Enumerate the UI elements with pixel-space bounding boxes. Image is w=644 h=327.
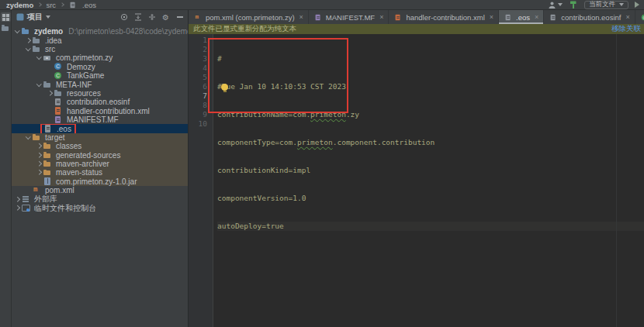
editor-area: pom.xml (com.primeton.zy) × MANIFEST.MF …: [189, 10, 644, 327]
breadcrumb: zydemo src .eos: [6, 1, 96, 9]
editor-tabs: pom.xml (com.primeton.zy) × MANIFEST.MF …: [189, 10, 644, 24]
project-tool-button[interactable]: [1, 12, 11, 22]
package-icon: [43, 53, 52, 62]
tree-item-idea[interactable]: .idea: [12, 36, 188, 44]
run-config-select[interactable]: 当前文件: [584, 1, 628, 9]
expand-collapse-icon[interactable]: [147, 13, 156, 22]
tree-item-demozy[interactable]: Demozy: [12, 63, 188, 71]
close-icon[interactable]: ×: [379, 13, 383, 21]
tree-item-eos-selected[interactable]: .eos: [12, 124, 188, 133]
chevron-collapsed-icon[interactable]: [47, 90, 54, 97]
code-line[interactable]: [217, 250, 644, 259]
chevron-collapsed-icon[interactable]: [36, 152, 43, 159]
maven-file-icon: [32, 186, 41, 194]
hide-panel-icon[interactable]: [175, 13, 184, 22]
chevron-expanded-icon[interactable]: [25, 134, 32, 141]
tree-item-classes[interactable]: classes: [12, 142, 188, 150]
close-icon[interactable]: ×: [299, 13, 303, 21]
tab-eos-active[interactable]: .eos ×: [499, 10, 544, 24]
tree-item-jar[interactable]: com.primeton.zy-1.0.jar: [12, 177, 188, 186]
tree-item-label: .eos: [55, 125, 73, 133]
chevron-spacer: [47, 64, 54, 71]
tree-item-generated-sources[interactable]: generated-sources: [12, 150, 188, 159]
project-tree: zydemo D:\primeton\esb-0428\code\zydemo …: [12, 24, 188, 327]
tree-item-src[interactable]: src: [12, 45, 188, 53]
tree-item-metainf[interactable]: META-INF: [12, 80, 188, 88]
tree-item-target[interactable]: target: [12, 133, 188, 142]
collapse-all-icon[interactable]: [133, 13, 142, 22]
project-path-hint: D:\primeton\esb-0428\code\zydemo: [68, 27, 188, 36]
tab-contribution-eosinf[interactable]: contribution.eosinf ×: [544, 10, 635, 24]
close-icon[interactable]: ×: [535, 13, 538, 21]
tree-item-maven-status[interactable]: maven-status: [12, 168, 188, 177]
code-line[interactable]: componentType=com.primeton.component.con…: [217, 138, 644, 147]
tree-item-package[interactable]: com.primeton.zy: [12, 53, 188, 62]
banner-action-link[interactable]: 移除关联: [611, 24, 641, 34]
tab-handler-contribution[interactable]: handler-contribution.xml ×: [389, 10, 499, 24]
breadcrumb-project[interactable]: zydemo: [6, 1, 33, 9]
tree-item-tankgame[interactable]: TankGame: [12, 71, 188, 80]
code-editor[interactable]: 1 2 3 4 5 6 7 8 9 10 # #Tue Jan 10 14:10…: [189, 34, 644, 327]
close-icon[interactable]: ×: [490, 13, 493, 21]
project-panel: 项目 ⚙: [12, 10, 189, 327]
build-hammer-icon[interactable]: [569, 0, 578, 9]
tab-manifest[interactable]: MANIFEST.MF ×: [309, 10, 390, 24]
chevron-collapsed-icon[interactable]: [25, 37, 32, 44]
breadcrumb-file[interactable]: .eos: [82, 1, 96, 9]
line-number-current: 7: [189, 91, 207, 101]
profile-button[interactable]: [548, 1, 563, 9]
code-line[interactable]: contributionKind=impl: [217, 166, 644, 175]
tab-tankgame[interactable]: TankGame.java ×: [635, 10, 644, 24]
chevron-expanded-icon[interactable]: [36, 81, 43, 88]
chevron-down-icon[interactable]: [46, 15, 50, 19]
line-number: 8: [189, 101, 207, 110]
text-file-icon: [43, 125, 53, 133]
chevron-spacer: [47, 108, 54, 115]
chevron-expanded-icon[interactable]: [36, 54, 43, 61]
excluded-folder-icon: [43, 160, 52, 168]
chevron-expanded-icon[interactable]: [25, 46, 32, 53]
code-line[interactable]: componentVersion=1.0: [217, 194, 644, 203]
tab-pom-xml[interactable]: pom.xml (com.primeton.zy) ×: [189, 10, 309, 24]
manifest-file-icon: [54, 115, 63, 124]
tree-item-label: pom.xml: [43, 186, 76, 194]
chevron-collapsed-icon[interactable]: [36, 143, 43, 150]
ide-window: zydemo src .eos 当前文件: [0, 0, 644, 327]
code-line-current[interactable]: autoDeploy=true: [217, 222, 644, 231]
chevron-collapsed-icon[interactable]: [36, 160, 43, 167]
code-line[interactable]: [217, 305, 644, 315]
tree-item-resources[interactable]: resources: [12, 89, 188, 98]
locate-file-icon[interactable]: [119, 13, 128, 22]
tree-item-manifest[interactable]: MANIFEST.MF: [12, 115, 188, 124]
tree-item-handler-contribution[interactable]: handler-contribution.xml: [12, 107, 188, 115]
chevron-expanded-icon[interactable]: [14, 28, 21, 35]
tree-item-label: maven-status: [54, 168, 104, 177]
line-number: 9: [189, 110, 207, 119]
excluded-folder-icon: [43, 168, 52, 177]
tree-item-zydemo[interactable]: zydemo D:\primeton\esb-0428\code\zydemo: [12, 27, 188, 36]
folder-icon: [43, 81, 52, 89]
tree-item-label: 外部库: [33, 194, 59, 203]
code-line[interactable]: [217, 277, 644, 287]
tree-item-pom[interactable]: pom.xml: [12, 186, 188, 194]
breadcrumb-separator-icon: [60, 2, 64, 7]
tree-item-contribution-eosinf[interactable]: contribution.eosinf: [12, 98, 188, 106]
breadcrumb-separator-icon: [37, 2, 42, 7]
intention-bulb-icon[interactable]: [221, 84, 228, 91]
tree-item-maven-archiver[interactable]: maven-archiver: [12, 160, 188, 168]
settings-gear-icon[interactable]: ⚙: [161, 13, 170, 22]
text-file-icon: [549, 13, 557, 20]
java-class-icon: [641, 13, 644, 20]
close-icon[interactable]: ×: [625, 13, 629, 21]
chevron-collapsed-icon[interactable]: [14, 205, 21, 212]
excluded-folder-icon: [43, 142, 52, 150]
tree-item-external-libraries[interactable]: 外部库: [12, 194, 188, 203]
chevron-collapsed-icon[interactable]: [36, 169, 43, 176]
tree-item-scratches[interactable]: 临时文件和控制台: [12, 204, 188, 212]
run-button[interactable]: [635, 2, 639, 8]
breadcrumb-src[interactable]: src: [46, 1, 56, 9]
line-number: 5: [189, 73, 207, 82]
folders-tool-button[interactable]: [1, 23, 11, 33]
chevron-collapsed-icon[interactable]: [14, 196, 21, 203]
chevron-down-icon: [558, 3, 563, 6]
